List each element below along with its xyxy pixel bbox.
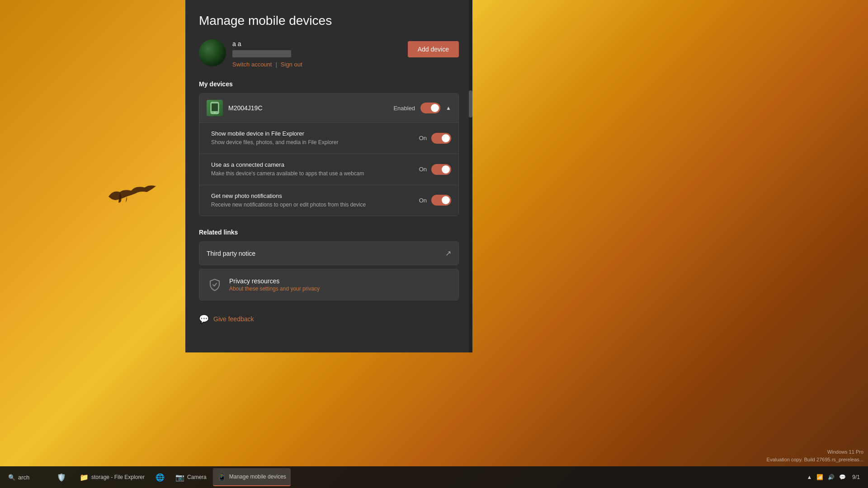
privacy-title: Privacy resources	[229, 277, 320, 285]
settings-panel: Manage mobile devices a a Switch account…	[185, 0, 472, 352]
photo-notifications-on-label: On	[419, 197, 427, 204]
third-party-notice-item[interactable]: Third party notice ↗	[199, 241, 459, 265]
security-app-icon: 🛡️	[57, 473, 66, 482]
link-separator: |	[275, 61, 277, 68]
photo-notifications-setting-right: On	[419, 195, 451, 206]
file-explorer-setting-title: Show mobile device in File Explorer	[211, 130, 410, 137]
privacy-resources-item[interactable]: Privacy resources About these settings a…	[199, 269, 459, 300]
search-text: arch	[18, 474, 29, 481]
taskbar-app-security[interactable]: 🛡️	[52, 468, 73, 486]
photo-notifications-setting-row: Get new photo notifications Receive new …	[199, 185, 458, 216]
camera-on-label: On	[419, 166, 427, 173]
file-explorer-setting-right: On	[419, 133, 451, 144]
file-explorer-toggle[interactable]	[431, 133, 451, 144]
taskbar-app-camera[interactable]: 📷 Camera	[171, 468, 211, 486]
device-container: M2004J19C Enabled ▲ Show mobile device i…	[199, 93, 459, 216]
scrollbar-thumb[interactable]	[469, 90, 472, 117]
avatar	[199, 39, 226, 66]
feedback-link[interactable]: Give feedback	[213, 315, 254, 323]
file-explorer-on-label: On	[419, 135, 427, 141]
camera-setting-desc: Make this device's camera available to a…	[211, 170, 410, 178]
photo-notifications-setting-info: Get new photo notifications Receive new …	[211, 192, 419, 209]
sign-out-link[interactable]: Sign out	[281, 61, 302, 68]
camera-setting-right: On	[419, 164, 451, 175]
taskbar-app-file-explorer[interactable]: 📁 storage - File Explorer	[75, 468, 149, 486]
user-name: a a	[232, 40, 302, 47]
file-explorer-setting-info: Show mobile device in File Explorer Show…	[211, 130, 419, 146]
device-header[interactable]: M2004J19C Enabled ▲	[199, 94, 458, 122]
privacy-subtitle: About these settings and your privacy	[229, 286, 320, 292]
taskbar-app-file-explorer-label: storage - File Explorer	[91, 474, 145, 480]
taskbar-apps: 🛡️ 📁 storage - File Explorer 🌐 📷 Camera …	[52, 468, 291, 486]
taskbar-app-mobile-devices[interactable]: 📱 Manage mobile devices	[213, 468, 291, 486]
enabled-label: Enabled	[393, 105, 415, 112]
network-icon[interactable]: 📶	[816, 474, 823, 480]
chevron-up-icon[interactable]: ▲	[807, 474, 812, 480]
win-watermark-line1: Windows 11 Pro	[767, 448, 863, 456]
privacy-item-content: Privacy resources About these settings a…	[207, 277, 320, 293]
user-section: a a Switch account | Sign out Add device	[199, 39, 459, 68]
taskbar-app-camera-label: Camera	[187, 474, 207, 480]
taskbar-app-mobile-devices-label: Manage mobile devices	[229, 474, 286, 480]
file-explorer-icon: 📁	[80, 473, 89, 482]
volume-icon[interactable]: 🔊	[828, 474, 835, 480]
camera-setting-title: Use as a connected camera	[211, 161, 410, 168]
user-links: Switch account | Sign out	[232, 61, 302, 68]
shield-icon	[207, 277, 223, 293]
taskbar-app-edge[interactable]: 🌐	[151, 468, 169, 486]
search-icon: 🔍	[8, 474, 15, 481]
photo-notifications-setting-title: Get new photo notifications	[211, 192, 410, 199]
external-link-icon: ↗	[445, 249, 451, 258]
feedback-icon: 💬	[199, 314, 209, 324]
chevron-up-icon[interactable]: ▲	[446, 105, 451, 111]
mobile-devices-icon: 📱	[217, 472, 226, 481]
camera-setting-info: Use as a connected camera Make this devi…	[211, 161, 419, 178]
photo-notifications-setting-desc: Receive new notifications to open or edi…	[211, 201, 410, 209]
file-explorer-setting-desc: Show device files, photos, and media in …	[211, 139, 410, 146]
third-party-notice-title: Third party notice	[207, 250, 255, 257]
notification-icon[interactable]: 💬	[839, 474, 846, 480]
device-name: M2004J19C	[228, 104, 263, 112]
privacy-info: Privacy resources About these settings a…	[229, 277, 320, 292]
device-enabled-toggle[interactable]	[420, 103, 440, 113]
user-email-bar	[232, 50, 291, 57]
page-title: Manage mobile devices	[199, 14, 459, 28]
photo-notifications-toggle[interactable]	[431, 195, 451, 206]
camera-toggle[interactable]	[431, 164, 451, 175]
clock-date[interactable]: 9/1	[852, 474, 860, 480]
bird-silhouette	[104, 176, 158, 212]
scrollbar[interactable]	[469, 0, 472, 352]
user-info: a a Switch account | Sign out	[199, 39, 302, 68]
device-icon	[207, 100, 223, 116]
related-links-section: Related links Third party notice ↗ Priva…	[199, 229, 459, 300]
taskbar: 🔍 arch 🛡️ 📁 storage - File Explorer 🌐 📷 …	[0, 466, 868, 488]
win-watermark-line2: Evaluation copy. Build 27695.rs_prerelea…	[767, 456, 863, 464]
system-icons: ▲ 📶 🔊 💬	[807, 474, 846, 480]
file-explorer-setting-row: Show mobile device in File Explorer Show…	[199, 122, 458, 154]
edge-icon: 🌐	[156, 473, 165, 482]
taskbar-right: ▲ 📶 🔊 💬 9/1	[807, 474, 864, 480]
svg-point-2	[214, 112, 216, 113]
feedback-section: 💬 Give feedback	[199, 310, 459, 328]
svg-rect-1	[212, 103, 218, 111]
device-header-left: M2004J19C	[207, 100, 263, 116]
related-links-heading: Related links	[199, 229, 459, 236]
camera-app-icon: 📷	[175, 473, 184, 482]
switch-account-link[interactable]: Switch account	[232, 61, 272, 68]
user-details: a a Switch account | Sign out	[232, 39, 302, 68]
camera-setting-row: Use as a connected camera Make this devi…	[199, 154, 458, 185]
device-header-right: Enabled ▲	[393, 103, 451, 113]
windows-watermark: Windows 11 Pro Evaluation copy. Build 27…	[767, 448, 863, 463]
add-device-button[interactable]: Add device	[408, 41, 459, 57]
my-devices-heading: My devices	[199, 80, 459, 88]
taskbar-search[interactable]: 🔍 arch	[4, 472, 49, 483]
